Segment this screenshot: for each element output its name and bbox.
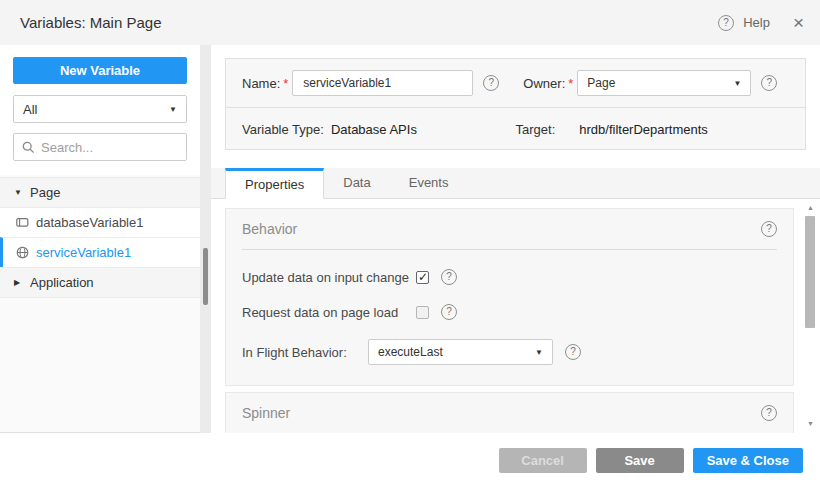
- tab-data[interactable]: Data: [324, 167, 389, 198]
- required-asterisk: *: [283, 76, 288, 91]
- update-on-input-help-icon[interactable]: ?: [441, 269, 457, 285]
- variable-filter-value: All: [23, 102, 37, 117]
- chevron-down-icon: ▼: [169, 105, 177, 114]
- name-label: Name:: [242, 76, 280, 91]
- tree-group-page[interactable]: ▼ Page: [0, 177, 200, 207]
- editor-tabs: Properties Data Events: [211, 168, 820, 199]
- spinner-section-header: Spinner ?: [226, 393, 793, 433]
- behavior-help-icon[interactable]: ?: [761, 221, 777, 237]
- request-on-load-checkbox[interactable]: [416, 306, 429, 319]
- save-button[interactable]: Save: [596, 448, 684, 473]
- target-value: hrdb/filterDepartments: [579, 122, 708, 137]
- spinner-help-icon[interactable]: ?: [761, 405, 777, 421]
- tree-group-application[interactable]: ▶ Application: [0, 267, 200, 297]
- chevron-down-icon: ▼: [733, 79, 741, 88]
- request-on-load-help-icon[interactable]: ?: [441, 304, 457, 320]
- help-icon[interactable]: ?: [718, 15, 734, 31]
- in-flight-label: In Flight Behavior:: [242, 345, 368, 360]
- page-title: Variables: Main Page: [20, 14, 161, 31]
- search-input[interactable]: [41, 140, 178, 155]
- variable-filter-select[interactable]: All ▼: [13, 95, 187, 123]
- triangle-expanded-icon: ▼: [14, 188, 30, 197]
- tree-group-label: Application: [30, 275, 94, 290]
- tree-item-label: serviceVariable1: [36, 245, 131, 260]
- database-icon: [16, 217, 36, 228]
- variable-editor: Name: * ? Owner: * Page ▼ ? Variable Typ…: [211, 45, 820, 433]
- request-on-load-row: Request data on page load ?: [226, 304, 793, 320]
- required-asterisk: *: [568, 76, 573, 91]
- in-flight-value: executeLast: [378, 345, 443, 359]
- tree-item-servicevariable1[interactable]: serviceVariable1: [0, 237, 200, 267]
- behavior-section-title: Behavior: [242, 221, 297, 237]
- update-on-input-label: Update data on input change: [242, 270, 416, 285]
- in-flight-select[interactable]: executeLast ▼: [368, 339, 553, 365]
- tab-events[interactable]: Events: [390, 167, 468, 198]
- dialog-header: Variables: Main Page ? Help ×: [0, 0, 820, 45]
- save-and-close-button[interactable]: Save & Close: [693, 448, 803, 473]
- owner-select[interactable]: Page ▼: [577, 70, 751, 96]
- variable-type-label: Variable Type:: [242, 122, 324, 137]
- dialog-footer: Cancel Save Save & Close: [0, 433, 820, 487]
- name-input[interactable]: [292, 70, 473, 96]
- scroll-up-icon[interactable]: ▲: [804, 203, 817, 213]
- owner-label: Owner:: [523, 76, 565, 91]
- name-owner-row: Name: * ? Owner: * Page ▼ ?: [226, 59, 805, 108]
- owner-value: Page: [587, 76, 615, 90]
- owner-help-icon[interactable]: ?: [761, 75, 777, 91]
- variables-sidebar: New Variable All ▼ ▼ Page: [0, 45, 200, 433]
- new-variable-button[interactable]: New Variable: [13, 57, 187, 84]
- help-link[interactable]: Help: [743, 15, 770, 30]
- scroll-down-icon[interactable]: ▼: [804, 419, 817, 429]
- variables-dialog: Variables: Main Page ? Help × New Variab…: [0, 0, 820, 487]
- spinner-section: Spinner ?: [225, 392, 794, 433]
- tree-item-label: databaseVariable1: [36, 215, 143, 230]
- tree-group-label: Page: [30, 185, 60, 200]
- in-flight-row: In Flight Behavior: executeLast ▼ ?: [226, 339, 793, 385]
- properties-panel: Behavior ? Update data on input change ?…: [211, 199, 820, 433]
- request-on-load-label: Request data on page load: [242, 305, 416, 320]
- service-globe-icon: [16, 246, 36, 259]
- cancel-button[interactable]: Cancel: [499, 448, 587, 473]
- in-flight-help-icon[interactable]: ?: [565, 344, 581, 360]
- tab-properties[interactable]: Properties: [225, 168, 324, 199]
- panel-scrollbar[interactable]: ▲ ▼: [804, 201, 817, 429]
- close-icon[interactable]: ×: [793, 15, 804, 31]
- panel-scrollbar-thumb[interactable]: [805, 216, 815, 328]
- update-on-input-row: Update data on input change ?: [226, 269, 793, 285]
- search-box[interactable]: [13, 133, 187, 161]
- target-label: Target:: [516, 122, 556, 137]
- tree-item-databasevariable1[interactable]: databaseVariable1: [0, 207, 200, 237]
- sidebar-scrollbar-thumb[interactable]: [203, 248, 208, 305]
- variable-summary-box: Name: * ? Owner: * Page ▼ ? Variable Typ…: [225, 58, 806, 150]
- type-target-row: Variable Type: Database APIs Target: hrd…: [226, 108, 805, 150]
- triangle-collapsed-icon: ▶: [14, 278, 30, 287]
- variable-type-value: Database APIs: [331, 122, 417, 137]
- tree-divider: [0, 297, 200, 298]
- behavior-section: Behavior ? Update data on input change ?…: [225, 208, 794, 386]
- chevron-down-icon: ▼: [535, 348, 543, 357]
- sidebar-scrollbar[interactable]: [200, 45, 211, 433]
- behavior-section-header: Behavior ?: [226, 209, 793, 249]
- name-help-icon[interactable]: ?: [483, 75, 499, 91]
- spinner-section-title: Spinner: [242, 405, 290, 421]
- search-icon: [22, 141, 35, 154]
- section-divider: [242, 249, 777, 250]
- sidebar-controls: New Variable All ▼: [0, 45, 200, 175]
- variables-tree: ▼ Page databaseVariable1: [0, 177, 200, 298]
- update-on-input-checkbox[interactable]: [416, 271, 429, 284]
